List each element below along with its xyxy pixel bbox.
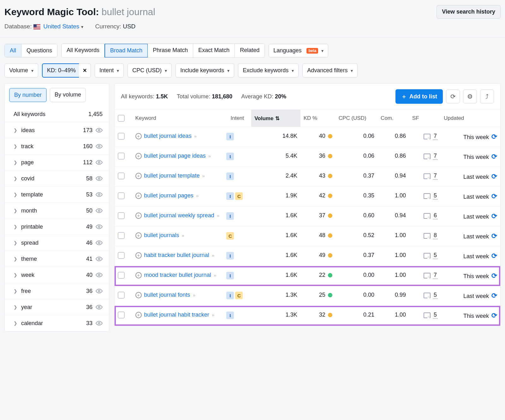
eye-icon[interactable] xyxy=(96,271,103,278)
row-checkbox[interactable] xyxy=(118,172,125,179)
include-keywords-filter[interactable]: Include keywords▾ xyxy=(175,63,234,78)
sf-value[interactable]: 5 xyxy=(433,312,437,319)
serp-features-icon[interactable] xyxy=(424,193,431,199)
refresh-row-icon[interactable]: ⟳ xyxy=(491,272,497,280)
eye-icon[interactable] xyxy=(96,175,103,182)
keyword-link[interactable]: bullet journal habit tracker xyxy=(144,312,209,318)
expand-icon[interactable]: + xyxy=(135,312,142,318)
row-checkbox[interactable] xyxy=(118,252,125,259)
serp-features-icon[interactable] xyxy=(424,154,431,159)
sidebar-item[interactable]: ❯printable49 xyxy=(5,219,109,235)
sf-value[interactable]: 8 xyxy=(433,232,437,239)
sidebar-item[interactable]: ❯week40 xyxy=(5,267,109,283)
serp-features-icon[interactable] xyxy=(424,253,431,259)
sidebar-item[interactable]: ❯year36 xyxy=(5,299,109,315)
expand-icon[interactable]: + xyxy=(135,153,142,159)
sidebar-item[interactable]: ❯page112 xyxy=(5,155,109,171)
keyword-link[interactable]: bullet journal fonts xyxy=(144,292,190,298)
refresh-row-icon[interactable]: ⟳ xyxy=(491,292,497,300)
refresh-row-icon[interactable]: ⟳ xyxy=(491,232,497,240)
expand-icon[interactable]: + xyxy=(135,193,142,199)
row-checkbox[interactable] xyxy=(118,133,125,140)
serp-features-icon[interactable] xyxy=(424,134,431,139)
refresh-row-icon[interactable]: ⟳ xyxy=(491,192,497,201)
expand-icon[interactable]: + xyxy=(135,272,142,278)
refresh-row-icon[interactable]: ⟳ xyxy=(491,212,497,220)
advanced-filters[interactable]: Advanced filters▾ xyxy=(302,63,358,78)
keyword-link[interactable]: bullet journal weekly spread xyxy=(144,212,214,219)
expand-icon[interactable]: + xyxy=(135,173,142,179)
tab-all-keywords[interactable]: All Keywords xyxy=(62,44,105,57)
view-search-history-button[interactable]: View search history xyxy=(437,5,501,19)
keyword-link[interactable]: bullet journal ideas xyxy=(144,133,192,139)
eye-icon[interactable] xyxy=(96,288,103,295)
eye-icon[interactable] xyxy=(96,255,103,262)
sf-value[interactable]: 5 xyxy=(433,292,437,299)
row-checkbox[interactable] xyxy=(118,192,125,199)
sf-value[interactable]: 5 xyxy=(433,192,437,200)
sidebar-tab-by-number[interactable]: By number xyxy=(9,88,47,102)
row-checkbox[interactable] xyxy=(118,292,125,299)
expand-icon[interactable]: + xyxy=(135,252,142,259)
select-all-checkbox[interactable] xyxy=(118,115,125,122)
refresh-row-icon[interactable]: ⟳ xyxy=(491,133,497,141)
tab-all[interactable]: All xyxy=(5,44,21,57)
eye-icon[interactable] xyxy=(96,239,103,246)
refresh-row-icon[interactable]: ⟳ xyxy=(491,252,497,260)
row-checkbox[interactable] xyxy=(118,153,125,160)
expand-icon[interactable]: + xyxy=(135,292,142,298)
cpc-filter[interactable]: CPC (USD)▾ xyxy=(128,63,172,78)
sidebar-item[interactable]: ❯free36 xyxy=(5,283,109,299)
col-keyword[interactable]: Keyword xyxy=(132,110,223,127)
tab-broad-match[interactable]: Broad Match xyxy=(104,44,148,58)
exclude-keywords-filter[interactable]: Exclude keywords▾ xyxy=(238,63,299,78)
col-sf[interactable]: SF xyxy=(409,110,441,127)
refresh-row-icon[interactable]: ⟳ xyxy=(491,312,497,320)
eye-icon[interactable] xyxy=(96,207,103,214)
refresh-row-icon[interactable]: ⟳ xyxy=(491,153,497,161)
refresh-row-icon[interactable]: ⟳ xyxy=(491,172,497,181)
sf-value[interactable]: 7 xyxy=(433,133,437,140)
refresh-button[interactable]: ⟳ xyxy=(446,90,460,103)
col-volume[interactable]: Volume⇅ xyxy=(251,110,300,127)
expand-icon[interactable]: + xyxy=(135,133,142,139)
add-to-list-button[interactable]: ＋Add to list xyxy=(395,89,443,104)
row-checkbox[interactable] xyxy=(118,212,125,219)
sf-value[interactable]: 6 xyxy=(433,212,437,219)
serp-features-icon[interactable] xyxy=(424,213,431,219)
intent-filter[interactable]: Intent▾ xyxy=(95,63,124,78)
sidebar-item[interactable]: ❯spread46 xyxy=(5,235,109,251)
tab-exact-match[interactable]: Exact Match xyxy=(193,44,235,57)
eye-icon[interactable] xyxy=(96,159,103,166)
tab-related[interactable]: Related xyxy=(235,44,264,57)
sidebar-all-keywords[interactable]: All keywords 1,455 xyxy=(5,107,109,122)
sidebar-item[interactable]: ❯theme41 xyxy=(5,251,109,267)
eye-icon[interactable] xyxy=(96,320,103,327)
sf-value[interactable]: 7 xyxy=(433,172,437,180)
row-checkbox[interactable] xyxy=(118,272,125,279)
sidebar-item[interactable]: ❯covid58 xyxy=(5,171,109,187)
keyword-link[interactable]: mood tracker bullet journal xyxy=(144,272,211,278)
serp-features-icon[interactable] xyxy=(424,233,431,239)
eye-icon[interactable] xyxy=(96,143,103,150)
eye-icon[interactable] xyxy=(96,127,103,134)
eye-icon[interactable] xyxy=(96,223,103,230)
col-com[interactable]: Com. xyxy=(377,110,409,127)
col-updated[interactable]: Updated xyxy=(441,110,500,127)
kd-filter[interactable]: KD: 0–49% xyxy=(42,63,81,78)
serp-features-icon[interactable] xyxy=(424,173,431,179)
expand-icon[interactable]: + xyxy=(135,213,142,219)
database-selector[interactable]: Database: United States ▾ xyxy=(4,23,83,30)
languages-dropdown[interactable]: Languages beta ▾ xyxy=(269,44,328,57)
sf-value[interactable]: 7 xyxy=(433,272,437,279)
col-kd[interactable]: KD % xyxy=(300,110,336,127)
col-intent[interactable]: Intent xyxy=(223,110,251,127)
keyword-link[interactable]: bullet journal template xyxy=(144,172,200,179)
settings-button[interactable]: ⚙ xyxy=(463,90,477,103)
row-checkbox[interactable] xyxy=(118,232,125,239)
sidebar-item[interactable]: ❯month50 xyxy=(5,203,109,219)
sidebar-item[interactable]: ❯template53 xyxy=(5,187,109,203)
sidebar-item[interactable]: ❯track160 xyxy=(5,138,109,155)
sf-value[interactable]: 5 xyxy=(433,252,437,259)
col-cpc[interactable]: CPC (USD) xyxy=(336,110,377,127)
